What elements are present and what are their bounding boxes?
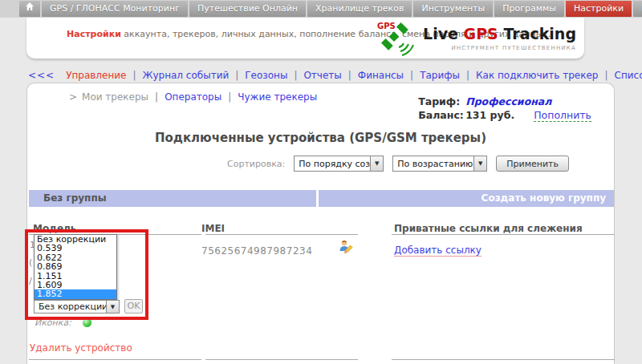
sub-nav-link-0[interactable]: Мои трекеры (82, 91, 148, 103)
satellite-icon: GPS (376, 20, 420, 59)
chevron-down-icon[interactable]: ▼ (370, 156, 383, 171)
secondary-nav-link-0[interactable]: Управление (66, 70, 126, 81)
top-nav-tab-4[interactable]: Программы (494, 1, 564, 17)
header-underline (392, 234, 614, 235)
secondary-nav-link-5[interactable]: Тарифы (420, 70, 460, 81)
balance-label: Баланс: (418, 108, 462, 122)
green-marker-icon[interactable] (83, 318, 91, 327)
svg-text:GPS: GPS (377, 22, 396, 30)
delete-device-link[interactable]: Удалить устройство (30, 342, 132, 354)
top-nav-tab-2[interactable]: Хранилище треков (307, 1, 412, 17)
top-nav-items: GPS / ГЛОНАСС МониторингПутешествие Онла… (42, 1, 642, 17)
correction-option-3[interactable]: 0.869 (35, 262, 116, 271)
separator: | (410, 70, 413, 81)
logo-live: Live (423, 25, 464, 42)
sub-nav-items: Мои трекеры|Операторы|Чужие трекеры (82, 91, 317, 103)
icon-row: Иконка: (35, 317, 91, 328)
separator: | (155, 91, 158, 103)
notice-card: Настройки аккаунта, трекеров, личных дан… (26, 18, 584, 59)
correction-options-popup: Без коррекции0.5390.6220.8691.1511.6091.… (34, 234, 117, 300)
logo-tracking: Tracking (498, 25, 576, 42)
correction-select-value: Без коррекции (35, 301, 106, 312)
sorting-controls: Сортировка: По порядку создания ▼ По воз… (227, 156, 569, 172)
sub-nav: >Мои трекеры|Операторы|Чужие трекеры (69, 91, 317, 103)
topup-link[interactable]: Пополнить (534, 109, 591, 122)
top-nav: GPS / ГЛОНАСС МониторингПутешествие Онла… (19, 1, 642, 17)
separator: | (466, 70, 469, 81)
column-header-private-links: Приватные ссылки для слежения (394, 223, 583, 234)
separator: | (294, 70, 297, 81)
secondary-nav-link-1[interactable]: Журнал событий (143, 70, 230, 81)
page-title: Подключенные устройства (GPS/GSM трекеры… (27, 131, 614, 145)
logo-subtitle: ИНСТРУМЕНТ ПУТЕШЕСТВЕННИКА (423, 45, 576, 51)
apply-button[interactable]: Применить (496, 156, 569, 172)
obscured-text-fragment: ( (29, 257, 32, 268)
top-nav-tab-5[interactable]: Настройки (566, 1, 632, 17)
group-header-no-group: Без группы (29, 190, 316, 207)
sort-order-select[interactable]: По порядку создания ▼ (294, 156, 384, 172)
header-underline (205, 234, 358, 235)
subnav-arrow: > (69, 91, 77, 103)
separator: | (604, 70, 607, 81)
column-header-imei: IMEI (201, 223, 225, 234)
secondary-nav-link-7[interactable]: Список доступных трекеров (615, 70, 642, 81)
secondary-nav-items: Управление|Журнал событий|Геозоны|Отчеты… (66, 70, 642, 81)
balance-value: 131 руб. (465, 109, 514, 121)
secondary-nav-link-2[interactable]: Геозоны (245, 70, 287, 81)
separator: | (132, 70, 136, 81)
top-nav-tab-1[interactable]: Путешествие Онлайн (189, 1, 306, 17)
edit-user-icon[interactable] (339, 239, 353, 257)
chevron-down-icon[interactable]: ▼ (106, 301, 119, 313)
obscured-text-fragment: / (29, 276, 32, 286)
correction-select[interactable]: Без коррекции ▼ (34, 300, 120, 313)
correction-option-6[interactable]: 1.852 (35, 289, 116, 298)
row-bottom-border (205, 359, 358, 360)
column-header-model: Модель (33, 223, 76, 234)
site-logo: GPS Live GPS Tracking ИНСТРУМЕНТ ПУТЕШЕС… (376, 20, 576, 59)
ok-button[interactable]: OK (124, 299, 143, 313)
home-icon (25, 1, 35, 17)
sorting-label: Сортировка: (227, 159, 285, 169)
secondary-nav: <<<Управление|Журнал событий|Геозоны|Отч… (28, 70, 614, 81)
separator: | (235, 70, 238, 81)
sort-direction-value: По возрастанию (393, 159, 473, 169)
logo-title: Live GPS Tracking (423, 25, 576, 42)
sort-direction-select[interactable]: По возрастанию ▼ (392, 156, 487, 172)
tariff-value: Профессионал (465, 95, 551, 107)
back-link[interactable]: <<< (28, 70, 55, 81)
notice-highlight: Настройки (67, 29, 121, 39)
separator: | (228, 91, 231, 103)
chevron-down-icon[interactable]: ▼ (473, 156, 486, 171)
sub-nav-link-2[interactable]: Чужие трекеры (238, 91, 317, 103)
account-info: Тариф: Профессионал Баланс: 131 руб. Поп… (418, 95, 591, 122)
sort-order-value: По порядку создания (295, 159, 370, 169)
add-link-button[interactable]: Добавить ссылку (394, 245, 482, 257)
sub-nav-link-1[interactable]: Операторы (165, 91, 221, 103)
row-bottom-border (29, 359, 201, 360)
separator: | (348, 70, 351, 81)
secondary-nav-link-6[interactable]: Как подключить трекер (476, 70, 598, 81)
imei-value: 75625674987987234 (201, 245, 312, 257)
row-bottom-border (392, 359, 615, 360)
tariff-label: Тариф: (418, 95, 462, 108)
top-nav-tab-6[interactable]: Помощь (633, 1, 642, 17)
logo-gps: GPS (464, 25, 498, 42)
tariff-row: Тариф: Профессионал (418, 95, 591, 108)
secondary-nav-link-3[interactable]: Отчеты (303, 70, 341, 81)
top-nav-tab-0[interactable]: GPS / ГЛОНАСС Мониторинг (42, 1, 188, 17)
secondary-nav-link-4[interactable]: Финансы (358, 70, 404, 81)
create-group-link[interactable]: Создать новую группу (319, 190, 614, 207)
main-card: >Мои трекеры|Операторы|Чужие трекеры Тар… (26, 83, 615, 364)
balance-row: Баланс: 131 руб. Пополнить (418, 108, 591, 122)
home-tab[interactable] (19, 1, 40, 17)
top-nav-tab-3[interactable]: Инструменты (413, 1, 493, 17)
icon-label: Иконка: (35, 317, 71, 328)
